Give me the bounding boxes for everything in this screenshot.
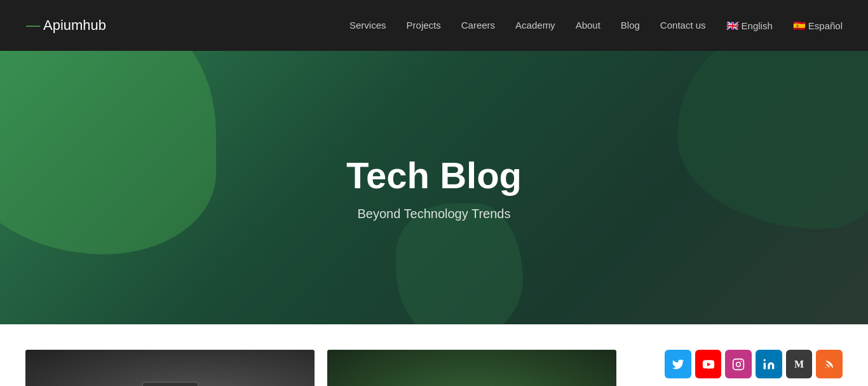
hero-title: Tech Blog: [346, 154, 522, 196]
twitter-icon[interactable]: [665, 350, 691, 378]
hero-subtitle: Beyond Technology Trends: [346, 207, 522, 221]
nav-academy[interactable]: Academy: [515, 20, 555, 31]
post-card-image-2: [327, 350, 616, 386]
svg-point-1: [736, 362, 741, 366]
nav-careers[interactable]: Careers: [461, 20, 495, 31]
nav-projects[interactable]: Projects: [407, 20, 441, 31]
blog-posts: Using Blazor in Enterprise Applications …: [25, 350, 646, 386]
logo-icon: ⸻: [25, 17, 41, 34]
flag-es: 🇪🇸: [793, 20, 806, 32]
lang-spanish[interactable]: 🇪🇸 Español: [793, 20, 843, 32]
nav-about[interactable]: About: [576, 20, 600, 31]
lang-en-label: English: [742, 20, 773, 31]
main-content: Using Blazor in Enterprise Applications …: [0, 324, 868, 386]
lang-english[interactable]: 🇬🇧 English: [726, 20, 773, 32]
navbar: ⸻ Apiumhub Services Projects Careers Aca…: [0, 0, 868, 51]
post-card-bg-1: Using Blazor in Enterprise Applications: [25, 350, 315, 386]
instagram-icon[interactable]: [725, 350, 752, 378]
rss-icon[interactable]: [816, 350, 843, 378]
lang-es-label: Español: [808, 20, 843, 31]
logo-text: Apiumhub: [43, 17, 106, 34]
linkedin-icon[interactable]: [756, 350, 782, 378]
youtube-icon[interactable]: [695, 350, 722, 378]
svg-point-4: [825, 367, 827, 368]
post-card-bg-2: Artificial Intelligence Takes Center Sta…: [327, 350, 616, 386]
sidebar: M: [665, 350, 843, 386]
medium-icon[interactable]: M: [786, 350, 813, 378]
post-card-2[interactable]: Artificial Intelligence Takes Center Sta…: [327, 350, 616, 386]
blob-decoration: [396, 203, 523, 324]
post-card-image-1: [25, 350, 315, 386]
nav-contact[interactable]: Contact us: [660, 20, 706, 31]
nav-services[interactable]: Services: [349, 20, 386, 31]
svg-rect-0: [733, 359, 744, 369]
svg-point-2: [741, 361, 742, 362]
hero-content: Tech Blog Beyond Technology Trends: [346, 154, 522, 221]
flag-en: 🇬🇧: [726, 20, 739, 32]
hero-section: Tech Blog Beyond Technology Trends: [0, 51, 868, 324]
nav-blog[interactable]: Blog: [621, 20, 640, 31]
post-card-1[interactable]: Using Blazor in Enterprise Applications: [25, 350, 315, 386]
svg-point-3: [764, 359, 766, 361]
nav-links: Services Projects Careers Academy About …: [349, 20, 843, 32]
site-logo[interactable]: ⸻ Apiumhub: [25, 17, 106, 34]
laptop-decoration: [142, 382, 199, 386]
social-icons: M: [665, 350, 843, 378]
